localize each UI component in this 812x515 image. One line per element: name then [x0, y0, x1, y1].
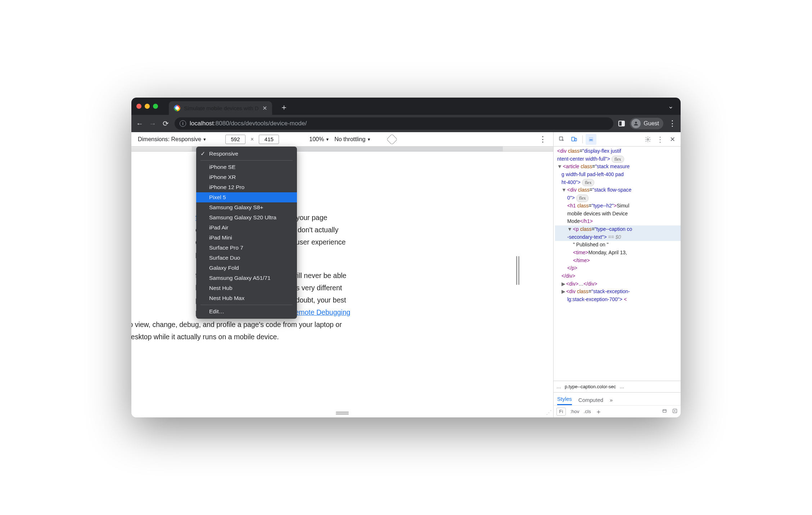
menu-item[interactable]: Samsung Galaxy A51/71	[196, 273, 297, 283]
device-toolbar: Dimensions: Responsive ▼ × 100% ▼ No thr…	[131, 132, 553, 147]
zoom-dropdown[interactable]: 100% ▼	[309, 136, 329, 143]
browser-window: Simulate mobile devices with D ✕ ＋ ⌄ ← →…	[131, 98, 681, 417]
settings-icon[interactable]	[642, 134, 653, 145]
menu-item-edit[interactable]: Edit…	[196, 306, 297, 317]
minimize-window-icon[interactable]	[145, 104, 150, 109]
devtools-menu-icon[interactable]: ⋮	[655, 134, 666, 145]
menu-item[interactable]: Samsung Galaxy S8+	[196, 202, 297, 212]
scrollbar[interactable]	[516, 256, 519, 285]
link-remote-debugging[interactable]: Remote Debugging	[290, 308, 350, 316]
svg-rect-0	[559, 137, 563, 140]
inspect-element-icon[interactable]	[556, 134, 567, 145]
titlebar: Simulate mobile devices with D ✕ ＋ ⌄	[131, 98, 681, 115]
browser-tab[interactable]: Simulate mobile devices with D ✕	[169, 101, 272, 115]
svg-rect-5	[673, 409, 677, 413]
toolbar: ← → ⟳ i localhost:8080/docs/devtools/dev…	[131, 115, 681, 132]
menu-item[interactable]: Galaxy Fold	[196, 263, 297, 273]
tab-more-icon[interactable]: »	[610, 397, 613, 405]
filter-input[interactable]: Fi	[556, 408, 566, 416]
maximize-window-icon[interactable]	[153, 104, 158, 109]
rotate-icon[interactable]	[387, 134, 398, 145]
menu-item-selected[interactable]: Pixel 5	[196, 192, 297, 202]
new-style-rule-icon[interactable]: ＋	[595, 407, 602, 416]
tab-computed[interactable]: Computed	[578, 397, 603, 405]
paint-flash-icon[interactable]	[662, 408, 668, 415]
elements-tree[interactable]: <div class="display-flex justif ntent-ce…	[554, 147, 681, 381]
svg-rect-1	[572, 137, 574, 141]
device-mode-panel: Dimensions: Responsive ▼ × 100% ▼ No thr…	[131, 132, 553, 417]
menu-item[interactable]: iPhone 12 Pro	[196, 182, 297, 192]
close-tab-icon[interactable]: ✕	[262, 105, 267, 112]
menu-item[interactable]: iPhone XR	[196, 172, 297, 182]
device-toolbar-menu[interactable]: ⋮	[539, 135, 547, 144]
devtools-toolbar: ⋮ ✕	[554, 132, 681, 147]
svg-point-3	[647, 138, 649, 140]
dimensions-x: ×	[251, 136, 254, 143]
url-host: localhost	[190, 120, 214, 127]
chrome-favicon-icon	[174, 105, 180, 111]
side-panel-icon[interactable]	[618, 121, 625, 126]
url-path: /docs/devtools/device-mode/	[229, 120, 307, 127]
hov-toggle[interactable]: :hov	[570, 409, 579, 414]
cls-toggle[interactable]: .cls	[584, 409, 591, 414]
avatar-icon	[631, 119, 641, 128]
site-info-icon[interactable]: i	[180, 120, 186, 127]
device-list-menu: Responsive iPhone SE iPhone XR iPhone 12…	[196, 147, 297, 319]
chevron-down-icon: ▼	[367, 137, 371, 142]
forward-button[interactable]: →	[149, 120, 157, 128]
styles-subtoolbar: Fi :hov .cls ＋	[554, 405, 681, 417]
reload-button[interactable]: ⟳	[162, 119, 170, 128]
devtools-panel: ⋮ ✕ <div class="display-flex justif nten…	[553, 132, 681, 417]
menu-item[interactable]: Nest Hub	[196, 283, 297, 293]
menu-item-responsive[interactable]: Responsive	[196, 149, 297, 159]
styles-tabs: Styles Computed »	[554, 392, 681, 405]
menu-item[interactable]: iPad Mini	[196, 233, 297, 243]
width-input[interactable]	[225, 135, 245, 144]
window-controls	[136, 104, 158, 109]
elements-tab-icon[interactable]	[586, 134, 596, 145]
menu-item[interactable]: Surface Pro 7	[196, 243, 297, 253]
resize-handle-corner[interactable]: ⋰	[546, 409, 551, 416]
tab-styles[interactable]: Styles	[557, 396, 572, 405]
menu-item[interactable]: iPad Air	[196, 223, 297, 233]
browser-menu-button[interactable]: ⋮	[668, 119, 676, 128]
chevron-down-icon: ▼	[203, 137, 207, 142]
crumbs-selected[interactable]: p.type--caption.color-sec	[565, 384, 616, 389]
height-input[interactable]	[259, 135, 279, 144]
menu-item[interactable]: Samsung Galaxy S20 Ultra	[196, 212, 297, 223]
back-button[interactable]: ←	[136, 120, 144, 128]
crumbs-overflow-left[interactable]: …	[556, 384, 561, 389]
url-port: :8080	[214, 120, 229, 127]
chevron-down-icon: ▼	[325, 137, 329, 142]
tab-title: Simulate mobile devices with D	[184, 105, 259, 111]
close-window-icon[interactable]	[136, 104, 141, 109]
address-bar[interactable]: i localhost:8080/docs/devtools/device-mo…	[175, 117, 613, 130]
crumbs-overflow-right[interactable]: …	[619, 384, 624, 389]
menu-item[interactable]: Nest Hub Max	[196, 293, 297, 303]
resize-handle-bottom[interactable]	[336, 411, 349, 415]
ruler[interactable]	[131, 147, 553, 152]
svg-rect-2	[575, 138, 577, 141]
computed-panel-icon[interactable]	[672, 408, 678, 415]
breadcrumb[interactable]: … p.type--caption.color-sec …	[554, 381, 681, 392]
throttling-dropdown[interactable]: No throttling ▼	[334, 136, 371, 143]
new-tab-button[interactable]: ＋	[280, 102, 288, 113]
close-devtools-icon[interactable]: ✕	[667, 134, 678, 145]
profile-label: Guest	[644, 120, 659, 127]
dimensions-dropdown[interactable]: Dimensions: Responsive ▼	[138, 136, 207, 143]
toggle-device-icon[interactable]	[569, 134, 579, 145]
menu-item[interactable]: Surface Duo	[196, 253, 297, 263]
menu-item[interactable]: iPhone SE	[196, 162, 297, 172]
tab-overflow-icon[interactable]: ⌄	[668, 102, 673, 110]
profile-button[interactable]: Guest	[630, 118, 663, 129]
svg-rect-4	[663, 409, 666, 412]
viewport-area: # first-order approximation of how your …	[131, 152, 553, 417]
